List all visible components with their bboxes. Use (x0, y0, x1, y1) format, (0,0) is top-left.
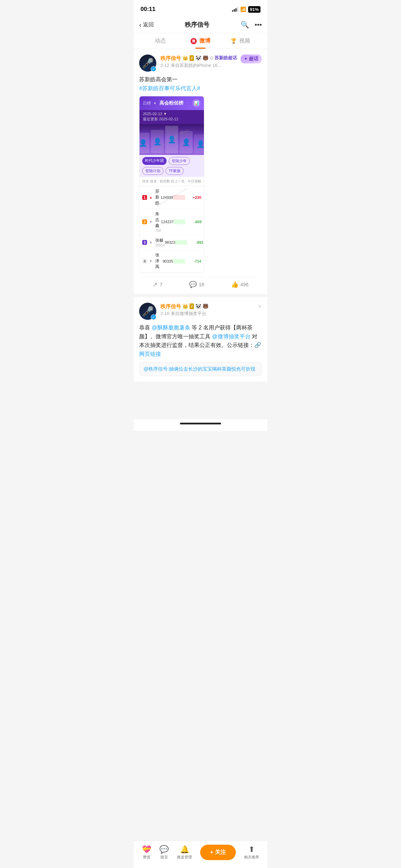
level-badge-icon: I (190, 55, 194, 61)
tab-weibo[interactable]: 微博 (181, 33, 221, 49)
rank-arrow-icon: ▼ (149, 220, 153, 224)
chart-table: 排名 姓名 粉丝数 距上一名 今日涨幅 1 ▲ 苏新皓 124939 +230 … (139, 177, 204, 273)
header: ‹ 返回 秩序信号 🔍 ••• (134, 16, 267, 33)
tab-bar: 动态 微博 🏆 视频 (134, 33, 267, 49)
post-text-prefix: 恭喜 (139, 325, 151, 330)
chart-row: 4 ▼ 张泽禹 90335 -714 (139, 250, 204, 273)
video-icon: 🏆 (231, 38, 236, 44)
avatar-container: 🎤 ✓ (139, 55, 156, 72)
chart-fans-count: 90335 (159, 259, 173, 263)
comment-icon: 💬 (189, 281, 197, 288)
chart-bar-icon: 📊 (192, 99, 200, 107)
status-icons: 📶 91% (232, 6, 260, 13)
chart-change-value: +230 (186, 195, 201, 200)
quoted-post[interactable]: @秩序信号:抽俩位去长沙的宝宝喝杯茶颜悦色可折现 (139, 362, 262, 376)
bear-icon: 🐻 (203, 303, 208, 310)
chart-date2: 最近更新 2025-02-12 (143, 117, 200, 122)
chart-header: 日榜 ▼ 高会粉丝榜 📊 (139, 96, 204, 110)
back-button[interactable]: ‹ 返回 (139, 21, 154, 29)
tab-weibo-label: 微博 (199, 38, 210, 44)
post-hashtag: #苏新皓百事可乐代言人# (139, 84, 262, 93)
chart-fans-count: 124237 (161, 220, 174, 224)
header-actions: 🔍 ••• (241, 21, 262, 29)
chart-table-header: 排名 姓名 粉丝数 距上一名 今日涨幅 (139, 177, 204, 186)
verified-badge: ✓ (151, 314, 156, 320)
rank-arrow-icon: ▼ (149, 241, 153, 244)
crown-badge-icon: 👑 (182, 303, 188, 310)
chart-dropdown-icon: ▼ (153, 101, 157, 105)
chart-fans-count: 98323 (165, 240, 175, 244)
chart-person-name: 张泽禹 (155, 252, 159, 270)
chart-person-name: 朱志鑫 702 (155, 211, 161, 232)
bear-icon: 🐻 (203, 55, 208, 62)
chart-category: 日榜 (143, 100, 151, 106)
col-change: 今日涨幅 (187, 179, 201, 184)
status-bar: 00:11 📶 91% (134, 0, 267, 16)
rank-arrow-icon: ▲ (149, 195, 153, 199)
post-content: 苏新皓高会第一 #苏新皓百事可乐代言人# (139, 75, 262, 93)
chart-change-value: -714 (186, 259, 201, 263)
signal-icon (232, 7, 238, 12)
tab-video[interactable]: 🏆 视频 (220, 33, 260, 49)
tab-video-label: 视频 (239, 38, 250, 44)
more-icon[interactable]: ••• (255, 21, 262, 29)
weibo-icon (191, 38, 197, 44)
col-rank: 排名 姓名 (142, 179, 157, 184)
tab-dynamic[interactable]: 动态 (141, 33, 181, 49)
home-bar (180, 423, 221, 424)
chart-row: 2 ▼ 朱志鑫 702 124237 -669 (139, 209, 204, 235)
group-tab-3[interactable]: TF家族 (166, 167, 184, 175)
rank-number: 3 (142, 240, 147, 245)
chart-fans-count: 124939 (159, 195, 173, 200)
chart-row: 3 ▼ 张极 25914 98323 -892 (139, 235, 204, 250)
repost-count: 7 (160, 282, 162, 287)
post-footer: ↗ 7 💬 18 👍 496 (139, 277, 262, 288)
verified-badge: ✓ (151, 66, 156, 72)
panda-icon: 🐼 (195, 55, 201, 62)
super-topic-label: 超话 (249, 56, 258, 62)
post-text: 苏新皓高会第一 (139, 75, 262, 84)
chart-groups: 时代少年团 登陆少年 登陆计划 TF家族 (139, 155, 204, 177)
repost-action[interactable]: ↗ 7 (153, 281, 162, 288)
like-action[interactable]: 👍 496 (231, 281, 248, 288)
crown-badge-icon: 👑 (182, 55, 188, 62)
chart-change-value: -892 (188, 240, 203, 244)
supertopic-link[interactable]: 苏新皓超话 (215, 55, 237, 61)
feed-container: 🎤 ✓ 秩序信号 👑 I 🐼 🐻 ◇ 苏新皓超话 2-12 来自苏新皓的 (134, 49, 267, 419)
chart-row: 1 ▲ 苏新皓 124939 +230 微信公众号:微博推送TFPush (139, 186, 204, 209)
post-card: 🎤 ✓ 秩序信号 👑 I 🐼 🐻 2-10 来自微博抽奖平台 ∨ (134, 297, 267, 381)
rank-number: 2 (142, 219, 147, 224)
like-icon: 👍 (231, 281, 239, 288)
chart-person-name: 张极 25914 (155, 238, 165, 247)
post-time: 2-12 来自苏新皓的iPhone 16... (160, 62, 256, 69)
rank-number: 1 (142, 195, 147, 200)
post-content: 恭喜 @酥酥脆脆薯条 等 2 名用户获得【两杯茶颜】。微博官方唯一抽奖工具 @微… (139, 323, 262, 358)
wifi-icon: 📶 (240, 7, 246, 12)
search-icon[interactable]: 🔍 (241, 21, 249, 29)
home-indicator (134, 419, 267, 431)
like-count: 496 (241, 282, 248, 287)
hashtag-text[interactable]: #苏新皓百事可乐代言人# (139, 85, 200, 91)
post-header: 🎤 ✓ 秩序信号 👑 I 🐼 🐻 ◇ 苏新皓超话 2-12 来自苏新皓的 (139, 55, 262, 72)
group-tab-2[interactable]: 登陆计划 (142, 167, 163, 175)
super-topic-star: ✦ (244, 57, 247, 61)
chart-person-name: 苏新皓 (155, 189, 159, 206)
super-topic-badge[interactable]: ✦ 超话 (241, 55, 262, 63)
page-title: 秩序信号 (154, 21, 241, 29)
chart-change-value: -669 (186, 220, 202, 224)
status-time: 00:11 (141, 6, 155, 13)
post-card: 🎤 ✓ 秩序信号 👑 I 🐼 🐻 ◇ 苏新皓超话 2-12 来自苏新皓的 (134, 49, 267, 294)
back-label: 返回 (143, 21, 154, 28)
quoted-post-text: @秩序信号:抽俩位去长沙的宝宝喝杯茶颜悦色可折现 (144, 366, 255, 372)
rank-number: 4 (142, 259, 147, 264)
group-tab-1[interactable]: 登陆少年 (169, 157, 190, 165)
group-tab-0[interactable]: 时代少年团 (142, 157, 167, 165)
fan-chart-image: 日榜 ▼ 高会粉丝榜 📊 2025-02-12 ▼ 最近更新 2025-02-1… (139, 96, 204, 273)
comment-action[interactable]: 💬 18 (189, 281, 204, 288)
level-badge-icon: I (190, 303, 194, 309)
mention-platform[interactable]: @微博抽奖平台 (212, 334, 250, 339)
tab-dynamic-label: 动态 (155, 38, 166, 44)
col-fans: 粉丝数 距上一名 (160, 179, 185, 184)
mention-user[interactable]: @酥酥脆脆薯条 (151, 325, 190, 330)
collapse-icon[interactable]: ∨ (258, 303, 262, 309)
